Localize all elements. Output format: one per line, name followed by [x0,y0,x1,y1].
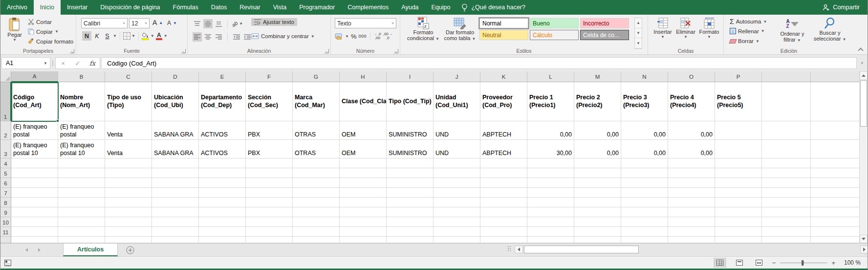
increase-decimal-button[interactable]: ←,0,00 [374,32,381,40]
cell-K6[interactable] [480,178,527,188]
cell-C10[interactable] [105,217,152,227]
zoom-slider[interactable] [780,263,827,263]
cell-O5[interactable] [668,168,715,178]
cell-G8[interactable] [293,198,340,207]
cell-Hp[interactable] [340,237,387,243]
cell-P3[interactable] [715,140,762,158]
cell-K1[interactable]: Proveedor (Cod_Pro) [480,82,527,121]
cell-Ip[interactable] [387,237,434,243]
menu-tab-inicio[interactable]: Inicio [34,0,61,15]
borders-button[interactable] [123,32,130,40]
align-top-button[interactable] [193,19,202,28]
number-dialog-launcher-icon[interactable] [394,49,398,53]
cell-J4[interactable] [434,158,480,168]
cell-O7[interactable] [668,188,715,198]
cell-L6[interactable] [527,178,574,188]
cell-L5[interactable] [527,168,574,178]
scroll-down-button[interactable] [860,235,868,243]
cell-D9[interactable] [152,207,199,217]
cell-Lp[interactable] [527,237,574,243]
cell-C8[interactable] [105,198,152,207]
cell-B2[interactable]: (E) franqueo postal [58,121,105,140]
cell-I5[interactable] [387,168,434,178]
cell-M6[interactable] [574,178,621,188]
cell-B11[interactable] [58,227,105,237]
decrease-font-button[interactable]: A▼ [167,20,177,26]
alignment-dialog-launcher-icon[interactable] [325,49,329,53]
cell-B8[interactable] [58,198,105,207]
vertical-scrollbar[interactable] [859,71,868,243]
cell-H2[interactable]: OEM [340,121,387,140]
cell-O9[interactable] [668,207,715,217]
font-dialog-launcher-icon[interactable] [181,49,186,53]
cell-O6[interactable] [668,178,715,188]
cell-x1710[interactable] [811,217,860,227]
cell-M7[interactable] [574,188,621,198]
cell-A11[interactable] [11,227,58,237]
prev-sheet-button[interactable] [20,244,33,256]
paste-button[interactable]: Pegar ▼ [4,17,25,42]
cell-C4[interactable] [105,158,152,168]
cell-E1[interactable]: Departamento (Cod_Dep) [199,82,246,121]
cell-N8[interactable] [621,198,668,207]
page-layout-view-button[interactable] [733,258,746,268]
cell-K10[interactable] [480,217,527,227]
cell-E6[interactable] [199,178,246,188]
cell-x173[interactable] [811,140,860,158]
menu-tab-equipo[interactable]: Equipo [425,0,457,15]
cell-B5[interactable] [58,168,105,178]
cell-H5[interactable] [340,168,387,178]
cut-button[interactable]: Cortar [28,19,52,25]
sort-filter-button[interactable]: AZ Ordenar y filtrar ▼ [777,17,808,43]
cell-H10[interactable] [340,217,387,227]
align-left-button[interactable] [193,32,202,42]
format-cells-button[interactable]: Formato ▼ [698,17,720,39]
vertical-scroll-thumb[interactable] [860,80,867,127]
cell-K5[interactable] [480,168,527,178]
zoom-out-button[interactable]: − [772,259,776,267]
horizontal-scroll-thumb[interactable] [524,246,639,253]
cell-H3[interactable]: OEM [340,140,387,158]
row-header-5[interactable]: 5 [0,168,11,178]
cell-L7[interactable] [527,188,574,198]
column-header-P[interactable]: P [715,71,762,82]
cell-E2[interactable]: ACTIVOS [199,121,246,140]
column-header-B[interactable]: B [58,71,105,82]
row-header-2[interactable]: 2 [0,121,11,140]
cell-K9[interactable] [480,207,527,217]
menu-tab-datos[interactable]: Datos [205,0,234,15]
cell-I9[interactable] [387,207,434,217]
format-as-table-button[interactable]: Dar formato como tabla ▼ [442,17,477,41]
cell-G6[interactable] [293,178,340,188]
cell-Pp[interactable] [715,237,762,243]
zoom-slider-thumb[interactable] [802,260,803,266]
cell-O8[interactable] [668,198,715,207]
cell-x177[interactable] [811,188,860,198]
cell-N4[interactable] [621,158,668,168]
cell-J7[interactable] [434,188,480,198]
cell-M4[interactable] [574,158,621,168]
cell-J9[interactable] [434,207,480,217]
cell-K7[interactable] [480,188,527,198]
menu-tab-programador[interactable]: Programador [293,0,341,15]
tell-me-search[interactable]: ¿Qué desea hacer? [461,0,525,15]
cell-L10[interactable] [527,217,574,227]
share-button[interactable]: Compartir [823,0,868,15]
row-header-11[interactable]: 11 [0,227,11,237]
cell-H8[interactable] [340,198,387,207]
cell-x168[interactable] [762,198,811,207]
cell-O2[interactable]: 0,00 [668,121,715,140]
column-header-O[interactable]: O [668,71,715,82]
add-sheet-button[interactable] [118,244,142,256]
row-header-9[interactable]: 9 [0,207,11,217]
cell-E4[interactable] [199,158,246,168]
zoom-in-button[interactable]: + [831,259,835,267]
cell-K2[interactable]: ABPTECH [480,121,527,140]
cell-M9[interactable] [574,207,621,217]
column-header-x17[interactable] [811,71,860,82]
column-header-L[interactable]: L [527,71,574,82]
cell-L8[interactable] [527,198,574,207]
cell-x1611[interactable] [762,227,811,237]
cell-F9[interactable] [246,207,293,217]
column-header-D[interactable]: D [152,71,199,82]
